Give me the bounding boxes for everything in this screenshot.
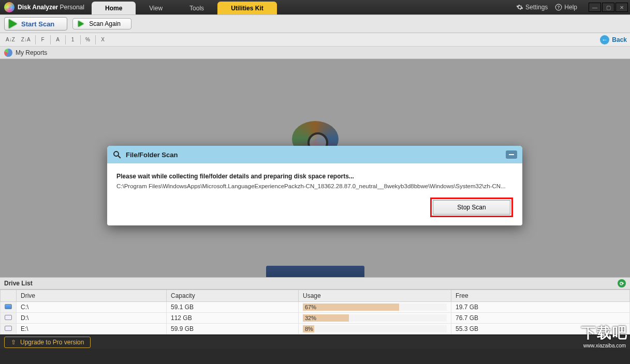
upgrade-button[interactable]: ⇧ Upgrade to Pro version <box>4 337 91 348</box>
drive-usage: 67% <box>299 302 451 313</box>
scan-progress-dialog: File/Folder Scan Please wait while colle… <box>107 146 522 225</box>
ribbon-bar: Start Scan Scan Again <box>0 14 630 33</box>
drive-list-title: Drive List <box>4 280 33 287</box>
back-arrow-icon: ← <box>600 35 609 44</box>
pie-chart-icon <box>4 49 12 57</box>
drive-free: 76.7 GB <box>451 313 630 324</box>
drive-icon <box>5 326 12 331</box>
start-scan-label: Start Scan <box>21 20 54 28</box>
drive-usage: 32% <box>299 313 451 324</box>
sort-desc-button[interactable]: Z↓A <box>19 35 33 45</box>
settings-link[interactable]: Settings <box>514 4 550 11</box>
play-icon <box>78 21 84 27</box>
filter-pct-button[interactable]: % <box>83 35 93 45</box>
svg-line-3 <box>118 156 121 158</box>
app-logo-icon <box>4 2 14 12</box>
drive-list-header: Drive List ⟳ <box>0 277 630 290</box>
dialog-minimize-button[interactable] <box>506 150 517 159</box>
my-reports-label: My Reports <box>16 49 47 56</box>
drive-capacity: 59.1 GB <box>167 302 299 313</box>
table-row[interactable]: E:\59.9 GB8%55.3 GB <box>1 324 630 335</box>
my-reports-bar[interactable]: My Reports <box>0 47 630 59</box>
upgrade-label: Upgrade to Pro version <box>20 339 84 346</box>
col-drive[interactable]: Drive <box>17 290 167 302</box>
tab-utilities-kit[interactable]: Utilities Kit <box>217 2 277 14</box>
separator <box>35 35 36 44</box>
up-arrow-icon: ⇧ <box>11 339 16 346</box>
tab-tools[interactable]: Tools <box>176 2 217 14</box>
separator <box>50 35 51 44</box>
drive-icon-cell <box>1 302 17 313</box>
drive-name: C:\ <box>17 302 167 313</box>
dialog-current-path: C:\Program Files\WindowsApps\Microsoft.L… <box>116 183 513 189</box>
drive-usage: 8% <box>299 324 451 335</box>
dialog-titlebar: File/Folder Scan <box>107 146 522 163</box>
drive-table: Drive Capacity Usage Free C:\59.1 GB67%1… <box>0 290 630 335</box>
sort-asc-button[interactable]: A↓Z <box>3 35 18 45</box>
help-icon: ? <box>555 4 562 11</box>
tool-strip: A↓Z Z↓A F A 1 % X ← Back <box>0 33 630 47</box>
app-name: Disk Analyzer Personal <box>18 4 84 11</box>
refresh-icon[interactable]: ⟳ <box>618 279 626 287</box>
title-bar: Disk Analyzer Personal Home View Tools U… <box>0 0 630 14</box>
drive-free: 19.7 GB <box>451 302 630 313</box>
filter-x-button[interactable]: X <box>98 35 108 45</box>
gear-icon <box>516 4 523 11</box>
col-icon[interactable] <box>1 290 17 302</box>
drive-name: E:\ <box>17 324 167 335</box>
drive-icon <box>5 315 12 320</box>
help-link[interactable]: ? Help <box>553 4 579 11</box>
window-close-button[interactable]: ✕ <box>616 3 628 12</box>
col-usage[interactable]: Usage <box>299 290 451 302</box>
table-row[interactable]: D:\112 GB32%76.7 GB <box>1 313 630 324</box>
stop-scan-button[interactable]: Stop Scan <box>433 200 510 215</box>
scan-again-label: Scan Again <box>89 20 121 27</box>
svg-text:?: ? <box>558 5 560 10</box>
drive-capacity: 59.9 GB <box>167 324 299 335</box>
tab-home[interactable]: Home <box>92 2 136 14</box>
col-capacity[interactable]: Capacity <box>167 290 299 302</box>
separator <box>80 35 81 44</box>
window-maximize-button[interactable]: ▢ <box>602 3 614 12</box>
table-row[interactable]: C:\59.1 GB67%19.7 GB <box>1 302 630 313</box>
back-label: Back <box>612 36 627 43</box>
drive-icon <box>5 304 12 309</box>
upgrade-bar: ⇧ Upgrade to Pro version <box>0 335 630 349</box>
filter-a-button[interactable]: A <box>53 35 63 45</box>
drive-name: D:\ <box>17 313 167 324</box>
back-button[interactable]: ← Back <box>600 35 627 44</box>
window-minimize-button[interactable]: — <box>589 3 601 12</box>
filter-1-button[interactable]: 1 <box>68 35 78 45</box>
drive-free: 55.3 GB <box>451 324 630 335</box>
col-free[interactable]: Free <box>451 290 630 302</box>
drive-icon-cell <box>1 313 17 324</box>
separator <box>95 35 96 44</box>
drive-capacity: 112 GB <box>167 313 299 324</box>
help-label: Help <box>564 4 577 11</box>
stop-scan-highlight: Stop Scan <box>430 198 513 217</box>
main-tabs: Home View Tools Utilities Kit <box>92 2 277 14</box>
play-icon <box>9 19 17 28</box>
scan-again-button[interactable]: Scan Again <box>72 18 131 29</box>
dialog-title: File/Folder Scan <box>126 151 178 159</box>
drive-icon-cell <box>1 324 17 335</box>
dialog-message: Please wait while collecting file/folder… <box>116 173 513 180</box>
tab-view[interactable]: View <box>136 2 176 14</box>
search-icon <box>112 150 122 159</box>
settings-label: Settings <box>525 4 548 11</box>
svg-point-2 <box>114 151 119 156</box>
separator <box>65 35 66 44</box>
start-scan-button[interactable]: Start Scan <box>4 17 67 31</box>
filter-f-button[interactable]: F <box>38 35 48 45</box>
